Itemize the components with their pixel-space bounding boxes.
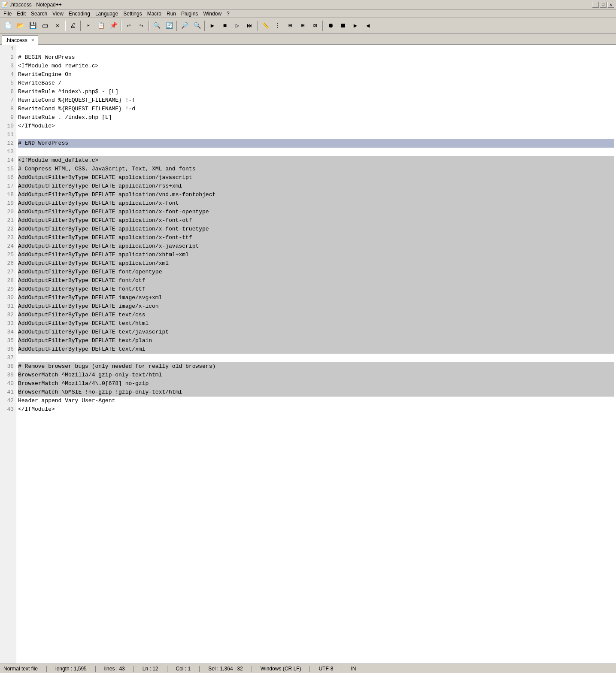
code-line-25: AddOutputFilterByType DEFLATE applicatio…: [18, 251, 614, 259]
line-num-18: 18: [0, 191, 16, 199]
file-type: Normal text file: [3, 666, 38, 672]
line-num-23: 23: [0, 233, 16, 242]
line-num-29: 29: [0, 285, 16, 294]
toolbar-btn-25[interactable]: ⏹: [337, 20, 349, 32]
cursor-ln: Ln : 12: [143, 666, 158, 672]
tab-htaccess[interactable]: .htaccess✕: [2, 35, 38, 45]
toolbar-btn-9[interactable]: ↩: [123, 20, 135, 32]
code-area[interactable]: # BEGIN WordPress<IfModule mod_rewrite.c…: [16, 45, 616, 664]
toolbar-btn-5[interactable]: 🖨: [67, 20, 79, 32]
toolbar-btn-27[interactable]: ◀: [362, 20, 374, 32]
menu-item-language[interactable]: Language: [93, 10, 121, 17]
line-num-10: 10: [0, 122, 16, 130]
code-line-10: </IfModule>: [18, 122, 614, 130]
code-line-43: </IfModule>: [18, 405, 614, 414]
code-line-14: <IfModule mod_deflate.c>: [18, 156, 614, 165]
toolbar-btn-10[interactable]: ↪: [135, 20, 147, 32]
line-num-21: 21: [0, 216, 16, 225]
line-num-25: 25: [0, 251, 16, 259]
toolbar-btn-11[interactable]: 🔍: [151, 20, 163, 32]
menu-item-view[interactable]: View: [50, 10, 66, 17]
line-num-30: 30: [0, 294, 16, 302]
title-bar-controls: − □ ✕: [592, 2, 614, 8]
toolbar-btn-24[interactable]: ⏺: [325, 20, 337, 32]
menu-item-plugins[interactable]: Plugins: [179, 10, 200, 17]
status-sep-1: [46, 666, 47, 672]
toolbar-btn-17[interactable]: ▷: [231, 20, 243, 32]
code-line-17: AddOutputFilterByType DEFLATE applicatio…: [18, 182, 614, 191]
code-line-20: AddOutputFilterByType DEFLATE applicatio…: [18, 208, 614, 216]
code-line-28: AddOutputFilterByType DEFLATE font/otf: [18, 276, 614, 285]
toolbar-btn-12[interactable]: 🔄: [163, 20, 175, 32]
line-num-35: 35: [0, 336, 16, 345]
code-line-26: AddOutputFilterByType DEFLATE applicatio…: [18, 259, 614, 268]
menu-item-?[interactable]: ?: [224, 10, 232, 17]
line-num-16: 16: [0, 173, 16, 182]
toolbar-btn-4[interactable]: ✕: [52, 20, 64, 32]
line-num-41: 41: [0, 388, 16, 397]
tab-close-button[interactable]: ✕: [31, 38, 34, 42]
line-num-28: 28: [0, 276, 16, 285]
line-num-13: 13: [0, 148, 16, 156]
toolbar-btn-23[interactable]: ⊠: [309, 20, 321, 32]
toolbar-btn-19[interactable]: 📏: [259, 20, 271, 32]
toolbar-btn-3[interactable]: 🗃: [39, 20, 51, 32]
line-num-24: 24: [0, 242, 16, 251]
toolbar-sep-5: [204, 21, 205, 31]
code-line-42: Header append Vary User-Agent: [18, 397, 614, 405]
toolbar-btn-18[interactable]: ⏭: [244, 20, 256, 32]
toolbar-btn-14[interactable]: 🔍: [191, 20, 203, 32]
minimize-button[interactable]: −: [592, 2, 599, 8]
line-num-2: 2: [0, 53, 16, 62]
toolbar-sep-7: [322, 21, 323, 31]
toolbar-btn-7[interactable]: 📋: [95, 20, 107, 32]
toolbar-btn-2[interactable]: 💾: [27, 20, 39, 32]
line-num-34: 34: [0, 328, 16, 336]
line-num-17: 17: [0, 182, 16, 191]
toolbar-sep-2: [121, 21, 121, 31]
code-line-23: AddOutputFilterByType DEFLATE applicatio…: [18, 233, 614, 242]
line-num-36: 36: [0, 345, 16, 354]
code-line-35: AddOutputFilterByType DEFLATE text/plain: [18, 336, 614, 345]
code-line-18: AddOutputFilterByType DEFLATE applicatio…: [18, 191, 614, 199]
status-sep-7: [310, 666, 310, 672]
line-num-40: 40: [0, 379, 16, 388]
menu-item-window[interactable]: Window: [200, 10, 224, 17]
menu-item-file[interactable]: File: [1, 10, 14, 17]
toolbar-btn-6[interactable]: ✂: [82, 20, 94, 32]
maximize-button[interactable]: □: [600, 2, 607, 8]
line-num-26: 26: [0, 259, 16, 268]
code-line-40: BrowserMatch ^Mozilla/4\.0[678] no-gzip: [18, 379, 614, 388]
code-line-11: [18, 130, 614, 139]
toolbar-btn-21[interactable]: ⊟: [284, 20, 296, 32]
code-line-12: # END WordPress: [18, 139, 614, 148]
toolbar-btn-20[interactable]: ⋮: [272, 20, 284, 32]
line-num-8: 8: [0, 105, 16, 113]
status-sep-2: [95, 666, 96, 672]
toolbar-btn-1[interactable]: 📂: [14, 20, 26, 32]
app-icon: 📝: [2, 2, 8, 8]
menu-item-encoding[interactable]: Encoding: [66, 10, 93, 17]
close-button[interactable]: ✕: [607, 2, 614, 8]
toolbar-btn-26[interactable]: ▶: [349, 20, 361, 32]
toolbar-btn-0[interactable]: 📄: [2, 20, 14, 32]
line-num-20: 20: [0, 208, 16, 216]
toolbar-btn-8[interactable]: 📌: [107, 20, 119, 32]
line-num-5: 5: [0, 79, 16, 88]
toolbar-sep-4: [176, 21, 177, 31]
toolbar-btn-15[interactable]: ▶: [206, 20, 218, 32]
toolbar-btn-13[interactable]: 🔎: [179, 20, 191, 32]
toolbar-btn-22[interactable]: ⊞: [297, 20, 309, 32]
line-num-27: 27: [0, 268, 16, 276]
code-line-22: AddOutputFilterByType DEFLATE applicatio…: [18, 225, 614, 233]
menu-item-settings[interactable]: Settings: [121, 10, 144, 17]
toolbar-sep-1: [80, 21, 81, 31]
line-num-19: 19: [0, 199, 16, 208]
toolbar-btn-16[interactable]: ■: [219, 20, 231, 32]
menu-item-search[interactable]: Search: [28, 10, 50, 17]
menu-item-edit[interactable]: Edit: [14, 10, 28, 17]
menu-item-run[interactable]: Run: [164, 10, 179, 17]
menu-item-macro[interactable]: Macro: [145, 10, 164, 17]
menu-bar: FileEditSearchViewEncodingLanguageSettin…: [0, 9, 616, 18]
code-line-13: [18, 148, 614, 156]
